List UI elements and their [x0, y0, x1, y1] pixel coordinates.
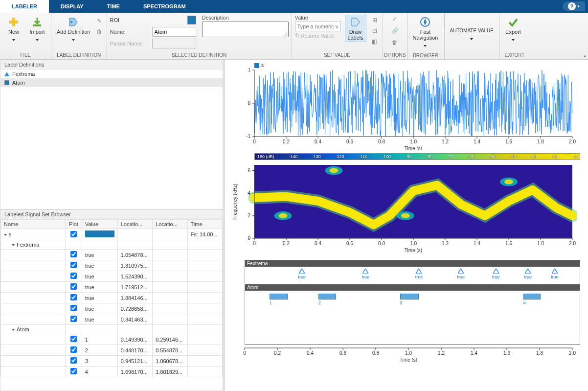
plot-checkbox[interactable]	[70, 316, 77, 322]
atom-roi[interactable]	[270, 294, 288, 299]
col-value[interactable]: Value	[82, 220, 117, 229]
group-labeldef-label: LABEL DEFINITION	[51, 51, 107, 59]
plot-checkbox[interactable]	[70, 368, 77, 374]
add-definition-button[interactable]: Add Definition	[54, 15, 93, 44]
table-row[interactable]: true0.728658...	[1, 303, 223, 314]
plot-checkbox[interactable]	[70, 305, 77, 311]
plot-checkbox[interactable]	[70, 336, 77, 342]
col-name[interactable]: Name	[1, 220, 66, 229]
new-button[interactable]: New	[3, 15, 24, 44]
table-row[interactable]: true1.884146...	[1, 293, 223, 303]
plot-checkbox[interactable]	[70, 273, 77, 279]
atom-roi[interactable]	[523, 294, 541, 299]
atom-roi[interactable]	[318, 294, 336, 299]
svg-text:0.6: 0.6	[346, 139, 353, 144]
col-loc2[interactable]: Locatio...	[153, 220, 187, 229]
fast-nav-label: Fast Navigation	[413, 29, 438, 41]
table-row[interactable]: true1.524390...	[1, 271, 223, 282]
browser-table-wrap[interactable]: Name Plot Value Locatio... Locatio... Ti…	[0, 219, 223, 391]
col-plot[interactable]: Plot	[66, 220, 82, 229]
table-row[interactable]: true1.054878...	[1, 250, 223, 260]
table-row[interactable]: 10.149390...0.259146...	[1, 334, 223, 345]
table-row[interactable]: 20.448170...0.554878...	[1, 345, 223, 356]
svg-text:0.4: 0.4	[307, 350, 314, 356]
table-row[interactable]: true1.310975...	[1, 260, 223, 271]
value-label: Value	[295, 15, 341, 21]
spectrogram-chart[interactable]: -150 (dB)-140-130-120-110-100-90-80-70-6…	[230, 153, 583, 257]
ribbon: New Import FILE Add Definition ✎ 🗑 LABEL…	[0, 13, 588, 60]
tag-icon	[68, 16, 79, 28]
fextrema-mark[interactable]: true	[491, 269, 501, 279]
export-button[interactable]: Export	[502, 15, 524, 44]
track-chart[interactable]: Fextrema truetruetruetruetruetruetrue At…	[230, 260, 583, 368]
table-row[interactable]: Atom	[1, 325, 223, 334]
extra-icon-1[interactable]: ⊞	[370, 16, 379, 24]
legend-label: s	[261, 63, 264, 68]
table-row[interactable]: 41.698170...1.801829...	[1, 367, 223, 377]
svg-text:1.8: 1.8	[537, 139, 544, 144]
fextrema-mark[interactable]: true	[456, 269, 466, 279]
atom-roi-label: 1	[270, 300, 272, 305]
extra-icon-3[interactable]: ◧	[370, 37, 379, 46]
draw-labels-button[interactable]: Draw Labels	[345, 15, 366, 42]
fextrema-mark[interactable]: true	[550, 269, 560, 279]
track-atom-body[interactable]: 1234	[245, 291, 580, 345]
labdef-item-fextrema[interactable]: Fextrema	[0, 69, 223, 78]
value-input[interactable]	[295, 22, 341, 31]
tab-time[interactable]: TIME	[95, 0, 132, 13]
svg-text:-1: -1	[246, 134, 250, 139]
signal-chart[interactable]: 00.20.40.60.81.01.21.41.61.82.0-101Time …	[230, 68, 583, 150]
table-row[interactable]: true1.719512...	[1, 282, 223, 293]
label-definitions-list[interactable]: Fextrema Atom	[0, 69, 223, 209]
fextrema-mark[interactable]: true	[414, 269, 424, 279]
svg-text:1.0: 1.0	[405, 350, 412, 356]
table-row[interactable]: sFs: 14.00...	[1, 229, 223, 240]
plot-checkbox[interactable]	[70, 262, 77, 268]
description-input[interactable]	[202, 22, 289, 37]
color-swatch[interactable]	[187, 16, 196, 24]
fast-navigation-button[interactable]: Fast Navigation	[410, 15, 441, 50]
track-fextrema-body[interactable]: truetruetruetruetruetruetrue	[245, 267, 580, 284]
plot-checkbox[interactable]	[70, 357, 77, 364]
trash-icon: 🗑	[390, 38, 399, 47]
col-time[interactable]: Time	[187, 220, 222, 229]
plot-checkbox[interactable]	[70, 251, 77, 257]
svg-text:Time (s): Time (s)	[405, 146, 422, 150]
edit-icon[interactable]: ✎	[95, 17, 104, 25]
import-button[interactable]: Import	[26, 15, 48, 44]
automate-value-button[interactable]: AUTOMATE VALUE	[448, 26, 496, 43]
svg-text:2: 2	[248, 213, 250, 218]
fextrema-mark[interactable]: true	[523, 269, 533, 279]
col-loc1[interactable]: Locatio...	[117, 220, 152, 229]
group-browser-label: BROWSER	[407, 52, 444, 60]
table-row[interactable]: 30.945121...1.060678...	[1, 356, 223, 367]
plot-checkbox[interactable]	[70, 283, 77, 290]
check-icon: ✔	[390, 15, 399, 23]
plot-checkbox[interactable]	[70, 231, 77, 237]
plot-checkbox[interactable]	[70, 294, 77, 300]
svg-text:0: 0	[248, 100, 250, 106]
labdef-name: Fextrema	[12, 71, 35, 77]
delete-icon[interactable]: 🗑	[95, 27, 104, 36]
atom-roi[interactable]	[400, 294, 419, 299]
extra-icon-2[interactable]: ⊟	[370, 26, 379, 35]
svg-text:0: 0	[253, 139, 256, 144]
plot-checkbox[interactable]	[70, 346, 77, 353]
square-icon	[4, 80, 9, 85]
tab-labeler[interactable]: LABELER	[0, 0, 49, 13]
name-input[interactable]	[152, 27, 196, 37]
svg-text:2.0: 2.0	[569, 350, 576, 356]
label-definitions-title: Label Definitions	[0, 60, 223, 69]
svg-text:1.4: 1.4	[474, 241, 480, 246]
table-row[interactable]: true0.341463...	[1, 314, 223, 325]
tab-display[interactable]: DISPLAY	[49, 0, 95, 13]
table-row[interactable]: Fextrema	[1, 240, 223, 250]
svg-point-40	[330, 168, 339, 173]
fextrema-mark[interactable]: true	[361, 269, 370, 279]
collapse-ribbon-icon[interactable]: ▴	[584, 53, 586, 58]
labdef-item-atom[interactable]: Atom	[0, 78, 223, 87]
tab-spectrogram[interactable]: SPECTROGRAM	[132, 0, 198, 13]
svg-text:0.2: 0.2	[283, 241, 290, 246]
fextrema-mark[interactable]: true	[297, 269, 307, 279]
help-button[interactable]	[563, 1, 585, 11]
